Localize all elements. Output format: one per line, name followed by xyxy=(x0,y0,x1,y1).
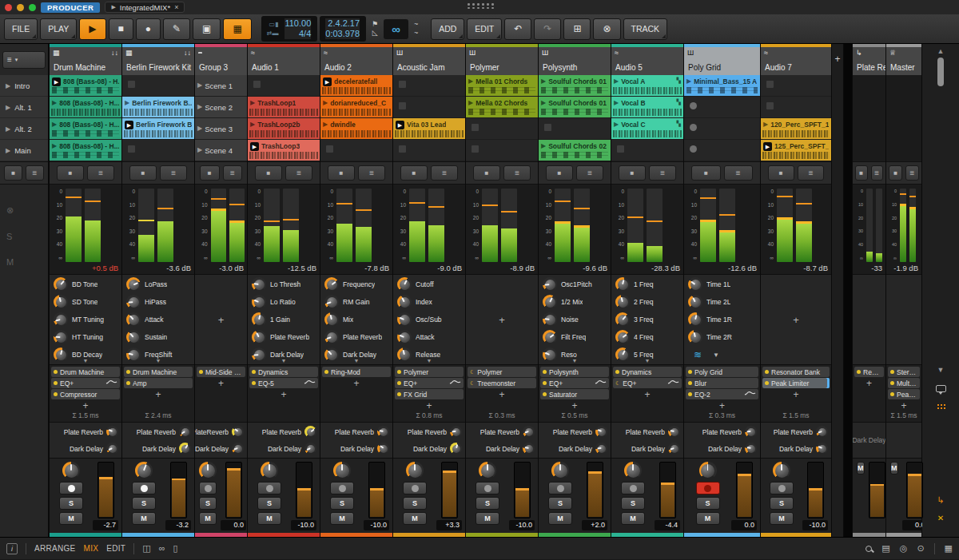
remote-knob[interactable] xyxy=(324,295,339,309)
position-display[interactable]: 2.4.2.17 0:03.978 xyxy=(320,16,366,42)
send-knob[interactable] xyxy=(595,443,607,455)
solo-button[interactable]: S xyxy=(132,497,156,510)
clip-slot[interactable]: ▶Mella 01 Chords xyxy=(466,75,538,96)
send-slot[interactable]: Dark Delay xyxy=(761,441,831,456)
add-device-plus[interactable]: + xyxy=(684,400,760,411)
clip-slot[interactable]: ▶Berlin Firework B... xyxy=(122,97,194,117)
remote-knob[interactable] xyxy=(543,295,557,309)
send-knob[interactable] xyxy=(523,426,535,438)
record-arm-button[interactable] xyxy=(132,482,156,494)
remote-page-arrow-icon[interactable]: ▼ xyxy=(122,358,194,363)
remote-knob[interactable] xyxy=(688,330,702,344)
clip-slot[interactable]: ▶dwindle xyxy=(320,118,392,139)
empty-slot-stop-icon[interactable] xyxy=(399,102,406,109)
device-bypassed-icon[interactable]: ☾ xyxy=(470,369,475,375)
device-item[interactable]: EQ+ xyxy=(395,378,464,388)
clip-play-icon[interactable]: ▶ xyxy=(614,121,619,129)
add-device-plus[interactable]: + xyxy=(611,389,683,400)
track-menu-button[interactable]: TRACK xyxy=(623,18,668,40)
record-arm-button[interactable] xyxy=(548,482,572,494)
add-menu-button[interactable]: ADD xyxy=(431,18,464,40)
device-enabled-icon[interactable] xyxy=(54,370,58,374)
clip-slot[interactable] xyxy=(761,97,831,117)
scene-play-icon[interactable]: ▶ xyxy=(197,81,202,89)
send-slot[interactable]: PlateReverb xyxy=(195,424,247,439)
send-slot[interactable]: Plate Reverb xyxy=(393,424,465,439)
remote-page-arrow-icon[interactable]: ▼ xyxy=(611,358,683,363)
remote-knob[interactable] xyxy=(252,312,266,327)
volume-fader[interactable] xyxy=(97,462,114,518)
volume-fader[interactable] xyxy=(441,462,458,518)
send-slot[interactable]: Plate Reverb xyxy=(761,424,831,439)
clip-slot[interactable]: ▶deceleratefall xyxy=(320,75,392,96)
solo-button[interactable]: S xyxy=(476,497,499,510)
device-enabled-icon[interactable] xyxy=(252,381,256,385)
stop-button[interactable]: ■ xyxy=(109,18,133,40)
tab-arrange[interactable]: ARRANGE xyxy=(34,544,76,553)
track-header[interactable]: ↳Plate Reve xyxy=(853,44,885,75)
solo-button[interactable]: S xyxy=(696,497,720,510)
clip-play-icon[interactable]: ▶ xyxy=(250,121,255,129)
remote-knob[interactable] xyxy=(54,295,68,309)
tablet-display-icon[interactable]: ▯ xyxy=(173,543,177,554)
device-item[interactable]: Dynamics xyxy=(613,367,682,377)
track-stop-button[interactable]: ■ xyxy=(546,165,573,181)
clip-playing-icon[interactable]: ▶ xyxy=(52,77,61,86)
device-item[interactable]: Resonator Bank xyxy=(762,367,830,377)
mute-button[interactable]: M xyxy=(403,512,427,525)
clip-play-icon[interactable]: ▶ xyxy=(323,99,328,107)
send-knob[interactable] xyxy=(745,426,757,438)
send-slot[interactable]: Dark Delay xyxy=(248,441,320,456)
remote-knob[interactable] xyxy=(252,330,266,344)
track-slot-menu-button[interactable]: ≡ xyxy=(223,165,243,181)
device-item[interactable]: EQ-5 xyxy=(249,378,318,388)
clip-play-icon[interactable]: ▶ xyxy=(468,77,473,85)
device-item[interactable]: EQ+ xyxy=(51,378,120,388)
device-enabled-icon[interactable] xyxy=(54,381,58,385)
remote-knob[interactable] xyxy=(397,277,412,292)
tab-edit[interactable]: EDIT xyxy=(106,544,125,553)
clip-play-icon[interactable]: ▶ xyxy=(52,142,57,150)
clip-slot[interactable]: ▶TrashLoop1 xyxy=(248,97,320,117)
undo-button[interactable]: ↶ xyxy=(504,18,531,40)
add-device-plus[interactable]: + xyxy=(320,378,392,389)
touch-icon[interactable]: ⊙ xyxy=(917,543,924,554)
window-zoom-button[interactable] xyxy=(29,4,36,11)
pan-knob[interactable] xyxy=(135,462,153,479)
volume-fader[interactable] xyxy=(225,462,242,518)
record-arm-button[interactable] xyxy=(770,482,794,494)
track-slot-menu-button[interactable]: ≡ xyxy=(431,165,458,181)
send-knob[interactable] xyxy=(668,426,680,438)
track-slot-menu-button[interactable]: ≡ xyxy=(160,165,187,181)
fader-value[interactable]: -10.0 xyxy=(509,520,535,530)
automation-follow-icons[interactable]: ~~ xyxy=(411,21,421,37)
pan-knob[interactable] xyxy=(699,462,717,479)
send-knob[interactable] xyxy=(179,443,191,455)
send-knob[interactable] xyxy=(377,426,389,438)
send-knob[interactable] xyxy=(450,443,462,455)
mute-button[interactable]: M xyxy=(621,512,645,525)
remote-knob[interactable] xyxy=(324,312,339,327)
clip-slot[interactable]: ▶808 (Bass-08) - H... xyxy=(50,75,121,96)
solo-button[interactable]: S xyxy=(621,497,645,510)
clip-slot[interactable] xyxy=(393,75,465,96)
fader-value[interactable]: 0.0 xyxy=(221,520,246,530)
track-header[interactable]: ▦↓↓Berlin Firework Kit xyxy=(122,44,194,75)
remote-knob[interactable] xyxy=(324,330,339,344)
clip-slot[interactable] xyxy=(684,118,760,139)
track-header[interactable]: ≈Audio 7 xyxy=(761,44,831,75)
panel-collapse-icon[interactable]: ▼ xyxy=(937,366,945,374)
empty-slot-stop-icon[interactable] xyxy=(472,145,479,153)
pan-knob[interactable] xyxy=(62,462,80,479)
empty-slot-stop-icon[interactable] xyxy=(128,145,135,153)
clip-play-icon[interactable]: ▶ xyxy=(52,99,57,107)
clip-play-icon[interactable]: ▶ xyxy=(468,99,473,107)
clip-play-icon[interactable]: ▶ xyxy=(125,99,129,107)
add-track-button[interactable]: + xyxy=(832,44,843,537)
empty-slot-stop-icon[interactable] xyxy=(766,81,774,88)
fader-value[interactable]: -2.7 xyxy=(93,520,118,530)
device-enabled-icon[interactable] xyxy=(252,370,256,374)
remote-knob[interactable] xyxy=(397,295,412,309)
add-device-plus[interactable]: + xyxy=(761,314,831,326)
controller-button[interactable]: ▦ xyxy=(223,18,251,40)
